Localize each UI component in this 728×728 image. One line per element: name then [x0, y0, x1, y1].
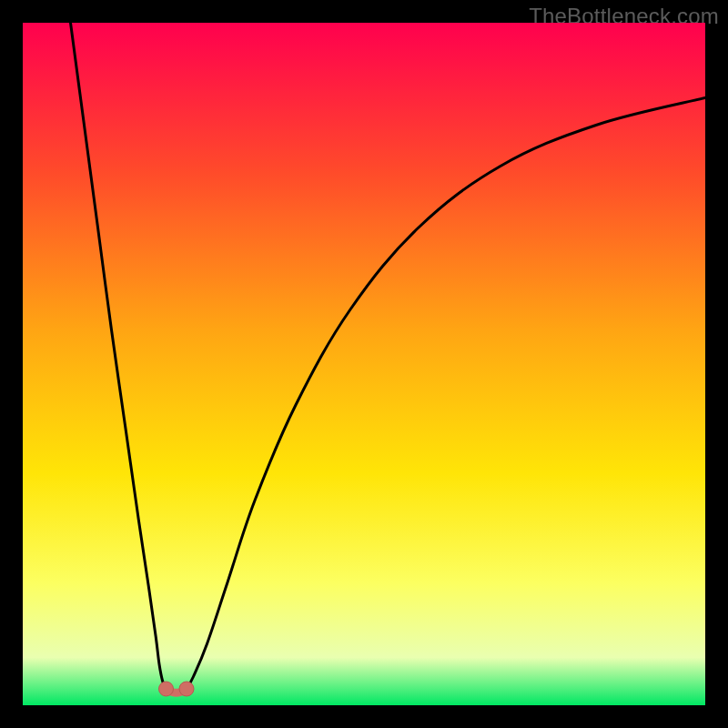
gradient-background [23, 23, 705, 705]
min-marker [179, 682, 194, 696]
bottleneck-chart [23, 23, 705, 705]
chart-frame: TheBottleneck.com [0, 0, 728, 728]
min-marker [159, 682, 174, 696]
